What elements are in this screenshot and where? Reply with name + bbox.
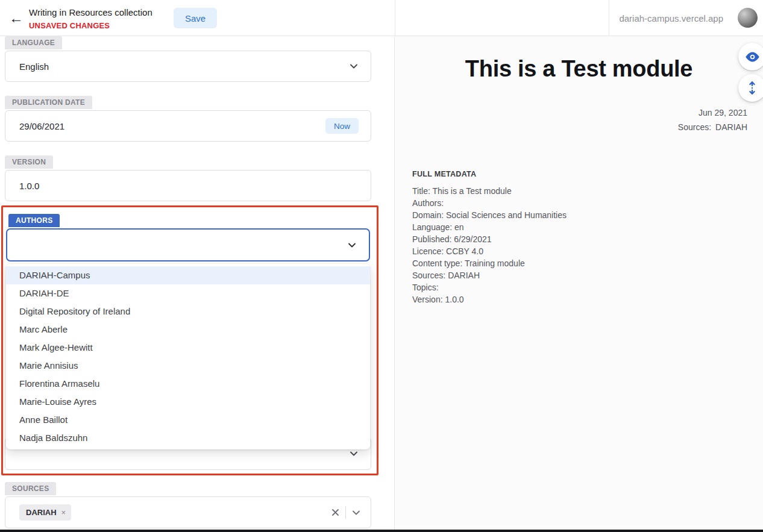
author-option[interactable]: Nadja Baldszuhn [6,429,370,447]
chevron-down-icon [347,240,357,250]
source-tag: DARIAH × [19,504,71,521]
sources-field-label: SOURCES [5,482,56,495]
publication-date-field-label: PUBLICATION DATE [5,96,92,109]
clear-all-button[interactable] [331,508,340,517]
metadata-line: Content type: Training module [412,257,567,269]
full-metadata-section: FULL METADATA Title: This is a Test modu… [412,170,567,305]
save-button[interactable]: Save [174,8,217,28]
preview-date: Jun 29, 2021 [678,105,747,120]
author-option[interactable]: DARIAH-Campus [6,266,370,284]
chevron-down-icon [349,449,359,458]
full-metadata-lines: Title: This is a Test module Authors: Do… [412,185,567,305]
avatar[interactable] [738,8,758,28]
language-value: English [19,61,49,72]
scroll-sync-button[interactable] [738,74,763,102]
preview-meta-block: Jun 29, 2021 Sources:DARIAH [678,105,747,134]
back-button[interactable]: ← [7,9,25,27]
main-area: LANGUAGE English PUBLICATION DATE 29/06/… [0,36,763,532]
preview-pane: This is a Test module Jun 29, 2021 Sourc… [395,36,763,532]
deployment-domain: dariah-campus.vercel.app [619,13,723,23]
chevron-down-icon [351,508,361,518]
topbar: ← Writing in Resources collection UNSAVE… [0,0,763,36]
eye-icon [744,49,761,65]
author-option[interactable]: DARIAH-DE [6,284,370,302]
metadata-line: Language: en [412,221,567,233]
preview-toggle-button[interactable] [738,43,763,70]
version-field-label: VERSION [5,155,53,169]
sources-controls [331,506,361,519]
source-tag-label: DARIAH [26,508,57,517]
editor-form-pane: LANGUAGE English PUBLICATION DATE 29/06/… [0,36,395,532]
preview-sources-value: DARIAH [715,122,747,132]
page-title: Writing in Resources collection [29,7,152,17]
sources-dropdown-button[interactable] [351,508,361,518]
metadata-line: Version: 1.0.0 [412,293,567,305]
version-value: 1.0.0 [19,181,39,191]
metadata-line: Sources: DARIAH [412,269,567,281]
language-field-label: LANGUAGE [5,36,62,49]
window-bottom-edge [0,530,763,532]
controls-divider [345,506,346,519]
chevron-down-icon [349,61,359,71]
unsaved-changes-status: UNSAVED CHANGES [29,21,152,30]
authors-field-label: AUTHORS [8,214,60,227]
back-arrow-icon: ← [9,10,24,26]
sources-multiselect[interactable]: DARIAH × [5,496,371,528]
publication-date-value: 29/06/2021 [19,121,64,131]
authors-dropdown-list: DARIAH-Campus DARIAH-DE Digital Reposito… [6,264,370,449]
version-input[interactable]: 1.0.0 [5,170,371,201]
metadata-line: Topics: [412,281,567,293]
metadata-line: Domain: Social Sciences and Humanities [412,209,567,221]
preview-sources-line: Sources:DARIAH [678,120,747,134]
author-option[interactable]: Anne Baillot [6,411,370,429]
topbar-divider [395,0,395,36]
publication-date-input[interactable]: 29/06/2021 Now [5,110,371,142]
now-button[interactable]: Now [325,118,359,134]
full-metadata-heading: FULL METADATA [412,170,567,178]
authors-combobox[interactable] [6,228,370,261]
topbar-titles: Writing in Resources collection UNSAVED … [29,7,152,30]
preview-sources-label: Sources: [678,122,711,132]
language-select[interactable]: English [5,51,371,82]
clear-x-icon [331,508,340,517]
author-option[interactable]: Marc Aberle [6,321,370,339]
remove-tag-icon[interactable]: × [61,508,66,517]
author-option[interactable]: Marie-Louise Ayres [6,393,370,411]
metadata-line: Title: This is a Test module [412,185,567,197]
metadata-line: Licence: CCBY 4.0 [412,245,567,257]
metadata-line: Authors: [412,197,567,209]
up-down-arrows-icon [745,81,759,95]
metadata-line: Published: 6/29/2021 [412,233,567,245]
author-option[interactable]: Florentina Armaselu [6,375,370,393]
preview-module-title: This is a Test module [395,56,763,82]
author-option[interactable]: Digital Repository of Ireland [6,302,370,321]
topbar-divider [609,0,609,36]
author-option[interactable]: Mark Algee-Hewitt [6,339,370,357]
author-option[interactable]: Marie Annisius [6,357,370,375]
